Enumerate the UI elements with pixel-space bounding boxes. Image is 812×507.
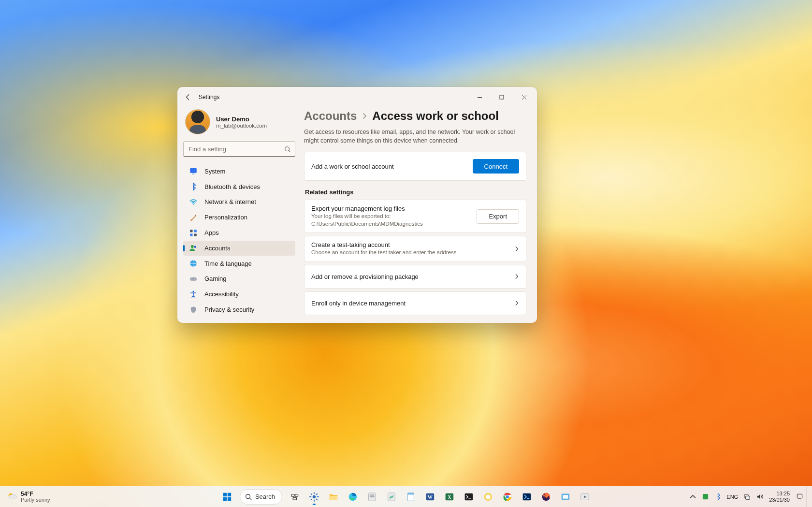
svg-rect-18 xyxy=(228,493,231,496)
taskbar-app-settings[interactable] xyxy=(305,488,323,506)
related-settings-header: Related settings xyxy=(305,188,526,196)
volume-icon[interactable] xyxy=(754,488,765,506)
taskbar-clock[interactable]: 13:25 23/01/30 xyxy=(766,491,793,503)
svg-rect-6 xyxy=(194,230,197,232)
taskbar-app-edge[interactable] xyxy=(344,488,362,506)
sidebar-item-label: Bluetooth & devices xyxy=(204,183,260,190)
sidebar-item-apps[interactable]: Apps xyxy=(183,225,295,240)
sidebar-item-label: Time & language xyxy=(204,260,252,267)
bluetooth-icon xyxy=(189,182,198,191)
breadcrumb-parent[interactable]: Accounts xyxy=(304,109,357,123)
taskbar-app-generic-1[interactable] xyxy=(363,488,381,506)
chevron-right-icon xyxy=(514,246,519,251)
search-input[interactable] xyxy=(183,141,295,157)
show-desktop-button[interactable] xyxy=(806,486,809,507)
tray-bluetooth-icon[interactable] xyxy=(712,488,724,506)
svg-point-14 xyxy=(194,278,195,279)
user-card[interactable]: User Demo m_lab@outlook.com xyxy=(183,107,295,141)
sidebar-item-time[interactable]: Time & language xyxy=(183,256,295,271)
sidebar-item-gaming[interactable]: Gaming xyxy=(183,272,295,287)
svg-rect-29 xyxy=(370,494,375,495)
sidebar-item-network[interactable]: Network & internet xyxy=(183,195,295,210)
svg-rect-33 xyxy=(408,493,414,494)
maximize-button[interactable] xyxy=(491,89,513,105)
close-button[interactable] xyxy=(513,89,535,105)
taskbar-app-firefox[interactable] xyxy=(537,488,555,506)
svg-rect-2 xyxy=(190,168,197,173)
page-title: Access work or school xyxy=(372,109,498,123)
taskbar-search-label: Search xyxy=(255,493,275,500)
connect-account-card: Add a work or school account Connect xyxy=(304,152,526,181)
clock-date: 23/01/30 xyxy=(769,497,790,503)
taskbar-app-generic-2[interactable] xyxy=(383,488,400,506)
tray-app-icon[interactable] xyxy=(699,488,711,506)
language-indicator[interactable]: ENG xyxy=(725,494,740,500)
weather-widget[interactable]: 54°F Partly sunny xyxy=(0,486,57,507)
svg-text:W: W xyxy=(428,494,433,499)
svg-point-10 xyxy=(194,246,197,248)
sidebar-item-accounts[interactable]: Accounts xyxy=(183,241,295,256)
accessibility-icon xyxy=(189,290,198,299)
shield-icon xyxy=(189,305,198,314)
svg-rect-22 xyxy=(291,494,294,496)
sidebar-item-accessibility[interactable]: Accessibility xyxy=(183,287,295,302)
test-account-card[interactable]: Create a test-taking account Choose an a… xyxy=(304,236,526,262)
connect-button[interactable]: Connect xyxy=(473,159,519,174)
svg-rect-3 xyxy=(192,174,195,174)
tray-overflow-button[interactable] xyxy=(687,488,698,506)
provisioning-card[interactable]: Add or remove a provisioning package xyxy=(304,265,526,289)
taskbar-search[interactable]: Search xyxy=(240,489,282,505)
sidebar-item-system[interactable]: System xyxy=(183,164,295,179)
sidebar-item-privacy[interactable]: Privacy & security xyxy=(183,302,295,317)
svg-point-15 xyxy=(193,290,194,292)
taskbar-app-file-explorer[interactable] xyxy=(325,488,342,506)
settings-window: Settings User Demo m_lab@outlook.com xyxy=(177,87,537,323)
weather-icon xyxy=(7,492,17,502)
accounts-icon xyxy=(189,244,198,252)
taskbar-app-media[interactable] xyxy=(576,488,594,506)
provisioning-title: Add or remove a provisioning package xyxy=(311,273,505,280)
page-description: Get access to resources like email, apps… xyxy=(304,128,526,145)
start-button[interactable] xyxy=(218,488,236,506)
taskbar-app-excel[interactable]: X xyxy=(441,488,458,506)
window-title: Settings xyxy=(199,94,219,101)
notifications-button[interactable] xyxy=(794,488,805,506)
enroll-title: Enroll only in device management xyxy=(311,300,505,307)
taskbar-app-snipping[interactable] xyxy=(557,488,574,506)
test-account-title: Create a test-taking account xyxy=(311,241,505,248)
minimize-button[interactable] xyxy=(468,89,491,105)
task-view-button[interactable] xyxy=(286,488,304,506)
test-account-sub: Choose an account for the test taker and… xyxy=(311,249,505,257)
svg-rect-53 xyxy=(797,494,802,498)
search-icon xyxy=(245,493,252,500)
svg-rect-52 xyxy=(745,496,749,500)
export-logs-sub: Your log files will be exported to: C:\U… xyxy=(311,213,472,228)
main-content: Accounts Access work or school Get acces… xyxy=(301,107,537,323)
svg-rect-38 xyxy=(465,493,473,500)
taskbar-app-onenote[interactable] xyxy=(479,488,497,506)
taskbar-app-terminal[interactable] xyxy=(460,488,478,506)
export-button[interactable]: Export xyxy=(477,209,519,224)
sidebar-item-label: Gaming xyxy=(204,275,227,282)
sidebar-item-personalization[interactable]: Personalization xyxy=(183,210,295,225)
svg-rect-8 xyxy=(194,233,197,236)
paintbrush-icon xyxy=(189,213,198,222)
svg-rect-50 xyxy=(703,494,708,499)
sidebar-item-bluetooth[interactable]: Bluetooth & devices xyxy=(183,179,295,194)
back-button[interactable] xyxy=(179,88,197,106)
taskbar-app-chrome[interactable] xyxy=(499,488,516,506)
taskbar-app-notepad[interactable] xyxy=(402,488,420,506)
sidebar-item-label: Apps xyxy=(204,229,219,236)
taskbar-app-word[interactable]: W xyxy=(421,488,439,506)
connect-account-title: Add a work or school account xyxy=(311,163,468,170)
export-logs-title: Export your management log files xyxy=(311,205,472,212)
search-wrap xyxy=(183,141,295,157)
clock-time: 13:25 xyxy=(769,491,790,497)
taskbar-app-powershell[interactable] xyxy=(518,488,536,506)
network-icon[interactable] xyxy=(741,488,753,506)
system-tray: ENG 13:25 23/01/30 xyxy=(687,486,812,507)
enroll-card[interactable]: Enroll only in device management xyxy=(304,291,526,315)
user-email: m_lab@outlook.com xyxy=(216,123,267,129)
svg-rect-7 xyxy=(190,233,192,236)
svg-rect-19 xyxy=(223,497,227,500)
